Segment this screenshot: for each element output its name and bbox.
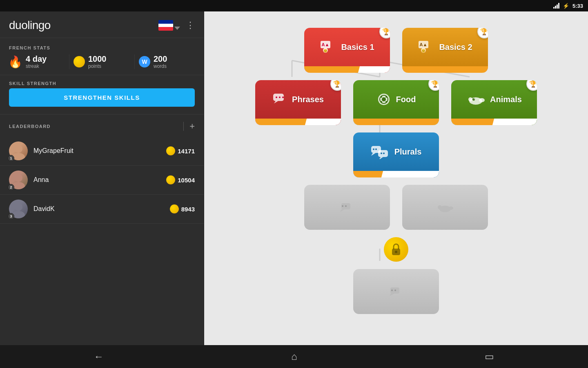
svg-text:A▲: A▲ bbox=[420, 42, 428, 47]
flag-dropdown-arrow bbox=[174, 27, 180, 30]
svg-point-44 bbox=[381, 153, 382, 154]
svg-point-25 bbox=[282, 96, 284, 98]
svg-point-24 bbox=[279, 96, 281, 98]
coin-icon-lb3 bbox=[170, 204, 179, 213]
home-button[interactable]: ⌂ bbox=[275, 348, 314, 366]
svg-point-0 bbox=[14, 145, 22, 153]
svg-text:😊: 😊 bbox=[421, 49, 425, 53]
bottom-nav: ← ⌂ ▭ bbox=[0, 345, 588, 368]
animals-icon bbox=[466, 92, 485, 107]
svg-marker-59 bbox=[390, 294, 394, 296]
skill-row-5 bbox=[384, 237, 408, 262]
words-stat: W 200 words bbox=[135, 54, 200, 69]
points-stat: 1000 points bbox=[69, 54, 135, 69]
svg-point-29 bbox=[382, 97, 386, 101]
skill-node-plurals[interactable]: Plurals bbox=[353, 132, 439, 177]
animals-label: Animals bbox=[490, 95, 522, 104]
coin-icon-lb1 bbox=[166, 146, 175, 155]
battery-icon: ⚡ bbox=[563, 3, 569, 9]
basics2-label: Basics 2 bbox=[439, 43, 472, 52]
rank-badge-2: 2 bbox=[8, 184, 14, 191]
skill-row-1: 🏆 A▲ 😊 Basics 1 🏆 bbox=[304, 28, 488, 73]
svg-point-58 bbox=[394, 289, 396, 291]
status-bar: ⚡ 5:33 bbox=[0, 0, 588, 11]
svg-marker-46 bbox=[379, 157, 383, 159]
sidebar: duolingo ⋮ FRENCH STATS 🔥 4 day streak 1… bbox=[0, 11, 204, 345]
svg-point-36 bbox=[479, 98, 485, 102]
wifi-icon bbox=[553, 3, 559, 9]
leaderboard-header: LEADERBOARD + bbox=[0, 114, 204, 137]
svg-marker-42 bbox=[371, 153, 376, 156]
svg-point-37 bbox=[472, 98, 475, 101]
phrases-progress-bar bbox=[255, 119, 341, 125]
locked1-icon bbox=[340, 200, 354, 215]
skill-node-basics1[interactable]: 🏆 A▲ 😊 Basics 1 bbox=[304, 28, 390, 73]
food-label: Food bbox=[396, 95, 416, 104]
svg-point-53 bbox=[448, 206, 453, 210]
skill-strength-label: SKILL STRENGTH bbox=[9, 75, 195, 86]
leaderboard-divider bbox=[183, 122, 184, 131]
back-button[interactable]: ← bbox=[78, 348, 120, 366]
svg-point-52 bbox=[438, 205, 442, 209]
flame-icon: 🔥 bbox=[8, 55, 22, 69]
rank-badge-1: 1 bbox=[8, 155, 14, 162]
leaderboard-item[interactable]: 2 Anna 10504 bbox=[0, 166, 204, 195]
points-value: 1000 bbox=[88, 54, 107, 63]
svg-point-32 bbox=[385, 101, 387, 103]
streak-value: 4 day bbox=[26, 54, 47, 63]
skill-node-phrases[interactable]: 🏆 Phrases bbox=[255, 80, 341, 125]
coin-icon-lb2 bbox=[166, 175, 175, 184]
food-icon bbox=[376, 92, 391, 107]
lock-circle bbox=[384, 237, 408, 262]
rank-wrap-1: 1 bbox=[9, 141, 28, 160]
rank-badge-3: 3 bbox=[8, 213, 14, 220]
header-right: ⋮ bbox=[158, 20, 195, 31]
svg-marker-26 bbox=[274, 101, 278, 103]
sidebar-header: duolingo ⋮ bbox=[0, 11, 204, 38]
skill-row-6 bbox=[353, 269, 439, 314]
skill-node-locked1 bbox=[304, 185, 390, 230]
leaderboard-item[interactable]: 3 DavidK 8943 bbox=[0, 195, 204, 224]
rank-wrap-3: 3 bbox=[9, 200, 28, 218]
phrases-icon bbox=[272, 92, 287, 107]
skill-tree: 🏆 A▲ 😊 Basics 1 🏆 bbox=[204, 11, 588, 345]
svg-point-41 bbox=[375, 148, 377, 150]
plurals-icon bbox=[371, 144, 390, 159]
streak-label: streak bbox=[26, 63, 47, 69]
skill-node-locked2 bbox=[402, 185, 488, 230]
svg-marker-50 bbox=[340, 209, 345, 212]
skill-node-food[interactable]: 🏆 Food bbox=[353, 80, 439, 125]
skill-strength-section: SKILL STRENGTH STRENGTHEN SKILLS bbox=[0, 75, 204, 114]
plurals-progress-bar bbox=[353, 171, 439, 177]
svg-point-35 bbox=[468, 97, 472, 101]
words-icon: W bbox=[139, 56, 150, 67]
leaderboard-item[interactable]: 1 MyGrapeFruit 14171 bbox=[0, 137, 204, 166]
lock-icon bbox=[390, 243, 402, 256]
main-content: 🏆 A▲ 😊 Basics 1 🏆 bbox=[204, 11, 588, 345]
leaderboard-name-3: DavidK bbox=[33, 205, 164, 213]
svg-point-38 bbox=[474, 99, 474, 99]
leaderboard-name-2: Anna bbox=[33, 176, 160, 184]
skill-row-3: Plurals bbox=[353, 132, 439, 177]
locked3-icon bbox=[389, 284, 403, 299]
svg-point-33 bbox=[381, 101, 382, 103]
streak-stat: 🔥 4 day streak bbox=[4, 54, 69, 69]
svg-text:A▲: A▲ bbox=[322, 42, 330, 47]
animals-progress-bar bbox=[451, 119, 537, 125]
french-flag bbox=[158, 20, 173, 31]
app-logo: duolingo bbox=[9, 19, 51, 32]
recent-apps-button[interactable]: ▭ bbox=[468, 348, 510, 366]
add-friend-button[interactable]: + bbox=[189, 121, 195, 132]
skill-node-animals[interactable]: 🏆 Animals bbox=[451, 80, 537, 125]
language-flag[interactable] bbox=[158, 20, 180, 31]
phrases-label: Phrases bbox=[292, 95, 324, 104]
menu-button[interactable]: ⋮ bbox=[186, 20, 195, 31]
svg-rect-43 bbox=[378, 150, 388, 157]
strengthen-skills-button[interactable]: STRENGTHEN SKILLS bbox=[9, 88, 195, 107]
svg-point-57 bbox=[391, 289, 393, 291]
svg-point-48 bbox=[342, 205, 343, 207]
svg-text:😊: 😊 bbox=[323, 49, 327, 53]
words-value: 200 bbox=[154, 54, 167, 63]
leaderboard-score-1: 14171 bbox=[178, 148, 195, 155]
skill-node-basics2[interactable]: 🏆 A▲ 😊 Basics 2 bbox=[402, 28, 488, 73]
